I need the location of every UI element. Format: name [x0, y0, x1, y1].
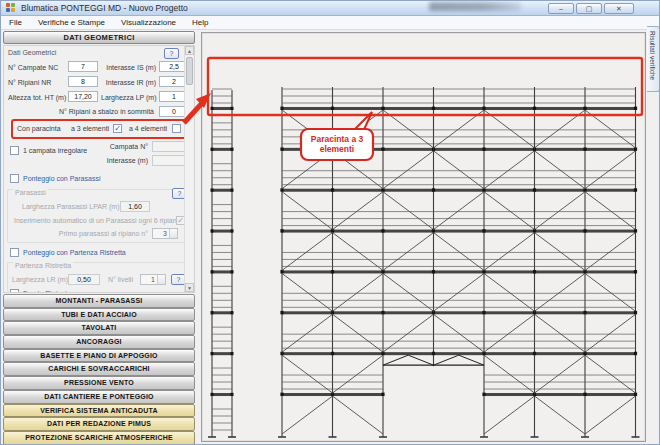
window-title: Blumatica PONTEGGI MD - Nuovo Progetto	[21, 3, 188, 13]
section-montanti-parasassi[interactable]: MONTANTI - PARASASSI	[3, 294, 195, 308]
paracinta-3-label: a 3 elementi	[71, 125, 109, 132]
blurred-titlebar-text	[429, 2, 521, 11]
section-carichi-e-sovraccarichi[interactable]: CARICHI E SOVRACCARICHI	[3, 362, 195, 376]
altezza-input[interactable]: 17,20	[68, 91, 98, 102]
ripiani-input[interactable]: 8	[68, 76, 98, 87]
primo-parasassi-label: Primo parasassi al ripiano n°	[48, 230, 148, 237]
parasassi-auto-label: Inserimento automatico di un Parasassi o…	[14, 217, 178, 224]
section-tavolati[interactable]: TAVOLATI	[3, 321, 195, 335]
campata-n-input[interactable]	[152, 141, 188, 152]
scroll-up-arrow[interactable]: ▲	[185, 46, 194, 55]
parasassi-group: Parasassi ? Larghezza Parasassi LPAR (m)…	[7, 189, 192, 243]
section-ancoraggi[interactable]: ANCORAGGI	[3, 335, 195, 349]
primo-parasassi-stepper[interactable]: 3	[152, 228, 178, 239]
results-side-tab[interactable]: Risultati verifiche	[647, 26, 660, 92]
section-dati-per-redazione-pimus[interactable]: DATI PER REDAZIONE PIMUS	[3, 417, 195, 431]
title-bar: Blumatica PONTEGGI MD - Nuovo Progetto –…	[1, 1, 659, 16]
section-dati-geometrici-header[interactable]: DATI GEOMETRICI	[3, 31, 195, 44]
section-dati-cantiere-e-ponteggio[interactable]: DATI CANTIERE E PONTEGGIO	[3, 390, 195, 404]
parasassi-toggle-label: Ponteggio con Parasassi	[23, 175, 100, 182]
menu-file[interactable]: File	[1, 18, 30, 27]
menu-visualizzazione[interactable]: Visualizzazione	[113, 18, 184, 27]
interasse-ir-label: Interasse IR (m)	[101, 79, 156, 86]
dati-geometrici-panel: Dati Geometrici ? N° Campate NC 7 Intera…	[3, 45, 195, 293]
parasassi-larghezza-label: Larghezza Parasassi LPAR (m)	[22, 203, 120, 210]
group-title: Dati Geometrici	[8, 49, 56, 56]
accordion: MONTANTI - PARASASSITUBI E DATI ACCIAIOT…	[3, 294, 195, 445]
partenza-larghezza-label: Larghezza LR (m)	[12, 276, 68, 283]
campata-n-label: Campata N°	[100, 143, 148, 150]
interasse-is-label: Interasse IS (m)	[101, 64, 156, 71]
campate-input[interactable]: 7	[68, 61, 98, 72]
campata-irregolare-label: 1 campata irregolare	[23, 147, 87, 154]
parasassi-toggle-checkbox[interactable]	[10, 174, 19, 183]
paracinta-highlight-box: Con paracinta a 3 elementi ✓ a 4 element…	[11, 119, 188, 139]
results-tab-label: Risultati verifiche	[649, 31, 656, 80]
sidebar: DATI GEOMETRICI Dati Geometrici ? N° Cam…	[3, 31, 197, 445]
campate-label: N° Campate NC	[8, 64, 58, 71]
menu-bar: FileVerifiche e StampeVisualizzazioneHel…	[1, 16, 659, 30]
panel-scrollbar[interactable]: ▲ ▼	[184, 46, 193, 292]
sbalzo-label: N° Ripiani a sbalzo in sommità	[34, 108, 154, 115]
partenza-group: Partenza Ristretta Larghezza LR (m) 0,50…	[7, 262, 192, 292]
irr-interasse-label: Interasse (m)	[100, 157, 148, 164]
section-verifica-sistema-anticaduta[interactable]: VERIFICA SISTEMA ANTICADUTA	[3, 404, 195, 418]
partenza-larghezza-input[interactable]: 0,50	[68, 274, 100, 285]
clipped-row-label: Fronte Ripiani	[23, 290, 67, 293]
drawing-canvas[interactable]	[201, 32, 646, 442]
section-basette-e-piano-di-appoggio[interactable]: BASETTE E PIANO DI APPOGGIO	[3, 349, 195, 363]
help-button[interactable]: ?	[164, 48, 179, 59]
scaffold-elevation-drawing	[202, 33, 645, 441]
partenza-toggle-checkbox[interactable]	[10, 248, 19, 257]
parasassi-larghezza-input[interactable]: 1,60	[120, 201, 150, 212]
paracinta-label: Con paracinta	[17, 125, 61, 132]
scrollbar-thumb[interactable]	[186, 57, 193, 85]
irr-interasse-input[interactable]	[152, 155, 188, 166]
menu-help[interactable]: Help	[184, 18, 216, 27]
livelli-label: N° livelli	[108, 276, 133, 283]
maximize-button[interactable]: ▢	[576, 3, 602, 14]
close-button[interactable]: ✕	[604, 3, 634, 14]
ripiani-label: N° Ripiani NR	[8, 79, 51, 86]
paracinta-3-checkbox[interactable]: ✓	[113, 124, 122, 133]
altezza-label: Altezza tot. HT (m)	[8, 94, 66, 101]
minimize-button[interactable]: –	[548, 3, 574, 14]
partenza-group-label: Partenza Ristretta	[13, 262, 73, 269]
app-icon	[6, 3, 16, 13]
campata-irregolare-checkbox[interactable]	[10, 146, 19, 155]
larghezza-lp-label: Larghezza LP (m)	[101, 94, 156, 101]
app-window: Blumatica PONTEGGI MD - Nuovo Progetto –…	[0, 0, 660, 445]
section-tubi-e-dati-acciaio[interactable]: TUBI E DATI ACCIAIO	[3, 308, 195, 322]
paracinta-4-label: a 4 elementi	[129, 125, 167, 132]
livelli-stepper[interactable]: 1	[140, 274, 166, 285]
menu-verifiche-e-stampe[interactable]: Verifiche e Stampe	[30, 18, 113, 27]
section-protezione-scariche-atmosferiche[interactable]: PROTEZIONE SCARICHE ATMOSFERICHE	[3, 431, 195, 445]
paracinta-4-checkbox[interactable]	[172, 124, 181, 133]
clipped-row-checkbox[interactable]	[10, 289, 19, 293]
section-pressione-vento[interactable]: PRESSIONE VENTO	[3, 376, 195, 390]
scroll-down-arrow[interactable]: ▼	[185, 283, 194, 292]
partenza-toggle-label: Ponteggio con Partenza Ristretta	[23, 249, 126, 256]
parasassi-group-label: Parasassi	[13, 189, 48, 196]
